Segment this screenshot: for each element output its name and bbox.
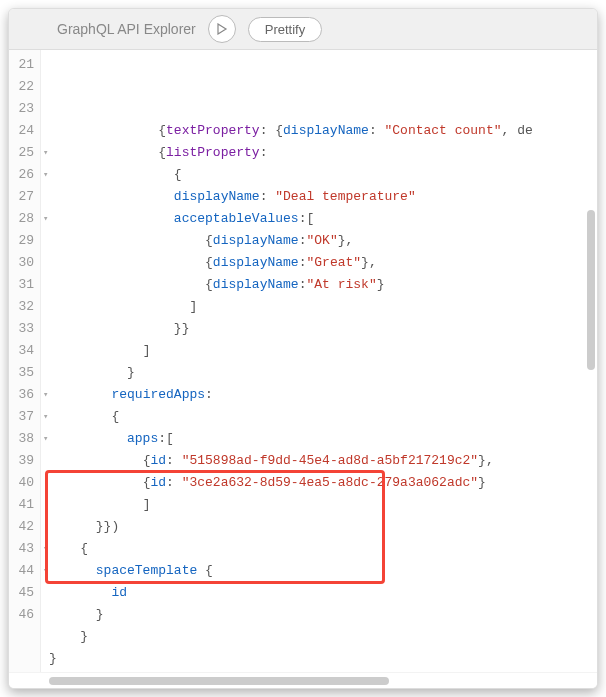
fold-marker-icon[interactable]: ▾: [43, 560, 48, 582]
fold-marker-icon[interactable]: ▾: [43, 538, 48, 560]
code-line[interactable]: ▾ acceptableValues:[: [49, 208, 597, 230]
fold-marker-icon[interactable]: ▾: [43, 164, 48, 186]
token: apps: [127, 431, 158, 446]
editor-window: GraphQL API Explorer Prettify 2122232425…: [8, 8, 598, 689]
token: displayName: [213, 255, 299, 270]
app-title: GraphQL API Explorer: [57, 21, 196, 37]
line-number: 36: [13, 384, 34, 406]
token: , de: [502, 123, 533, 138]
token: "Great": [306, 255, 361, 270]
token: : {: [260, 123, 283, 138]
token: "515898ad-f9dd-45e4-ad8d-a5bf217219c2": [182, 453, 478, 468]
code-line[interactable]: {displayName:"At risk"}: [49, 274, 597, 296]
code-line[interactable]: ▾ requiredApps:: [49, 384, 597, 406]
line-number: 31: [13, 274, 34, 296]
code-line[interactable]: }}): [49, 516, 597, 538]
token: }: [127, 365, 135, 380]
token: displayName: [283, 123, 369, 138]
code-line[interactable]: }: [49, 362, 597, 384]
code-line[interactable]: }: [49, 648, 597, 670]
line-number: 24: [13, 120, 34, 142]
code-line[interactable]: id: [49, 582, 597, 604]
code-line[interactable]: ▾ {listProperty:: [49, 142, 597, 164]
prettify-button[interactable]: Prettify: [248, 17, 322, 42]
token: }}: [174, 321, 190, 336]
toolbar: GraphQL API Explorer Prettify: [9, 9, 597, 50]
token: :[: [158, 431, 174, 446]
code-line[interactable]: ]: [49, 340, 597, 362]
token: :: [260, 145, 268, 160]
token: textProperty: [166, 123, 260, 138]
horizontal-scrollbar[interactable]: [9, 672, 597, 688]
line-number: 44: [13, 560, 34, 582]
code-line[interactable]: {displayName:"Great"},: [49, 252, 597, 274]
token: }: [377, 277, 385, 292]
code-line[interactable]: {id: "515898ad-f9dd-45e4-ad8d-a5bf217219…: [49, 450, 597, 472]
code-line[interactable]: }}: [49, 318, 597, 340]
token: }: [80, 629, 88, 644]
line-number: 42: [13, 516, 34, 538]
token: {: [80, 541, 88, 556]
code-line[interactable]: ▾ apps:[: [49, 428, 597, 450]
token: displayName: [174, 189, 260, 204]
code-line[interactable]: displayName: "Deal temperature": [49, 186, 597, 208]
code-line[interactable]: ▾ spaceTemplate {: [49, 560, 597, 582]
token: ]: [143, 343, 151, 358]
token: ]: [143, 497, 151, 512]
line-number: 43: [13, 538, 34, 560]
fold-marker-icon[interactable]: ▾: [43, 428, 48, 450]
horizontal-scrollbar-thumb[interactable]: [49, 677, 389, 685]
code-line[interactable]: {displayName:"OK"},: [49, 230, 597, 252]
token: requiredApps: [111, 387, 205, 402]
line-number: 39: [13, 450, 34, 472]
line-number: 40: [13, 472, 34, 494]
code-line[interactable]: ▾ {: [49, 164, 597, 186]
code-line[interactable]: ]: [49, 296, 597, 318]
line-number: 45: [13, 582, 34, 604]
code-line[interactable]: ]: [49, 494, 597, 516]
token: }: [49, 651, 57, 666]
code-line[interactable]: ▾ {: [49, 406, 597, 428]
fold-marker-icon[interactable]: ▾: [43, 142, 48, 164]
line-number: 34: [13, 340, 34, 362]
play-icon: [216, 23, 228, 35]
code-area[interactable]: {textProperty: {displayName: "Contact co…: [41, 50, 597, 672]
editor: 2122232425262728293031323334353637383940…: [9, 50, 597, 672]
line-number: 28: [13, 208, 34, 230]
token: "Deal temperature": [275, 189, 415, 204]
execute-button[interactable]: [208, 15, 236, 43]
code-line[interactable]: ▾ {: [49, 538, 597, 560]
line-number: 41: [13, 494, 34, 516]
code-line[interactable]: }: [49, 626, 597, 648]
fold-marker-icon[interactable]: ▾: [43, 406, 48, 428]
line-number: 37: [13, 406, 34, 428]
code-line[interactable]: {id: "3ce2a632-8d59-4ea5-a8dc-279a3a062a…: [49, 472, 597, 494]
line-number: 32: [13, 296, 34, 318]
code-line[interactable]: }: [49, 604, 597, 626]
token: id: [150, 453, 166, 468]
token: "3ce2a632-8d59-4ea5-a8dc-279a3a062adc": [182, 475, 478, 490]
token: "OK": [306, 233, 337, 248]
token: {: [111, 409, 119, 424]
vertical-scrollbar-thumb[interactable]: [587, 210, 595, 370]
token: {: [205, 277, 213, 292]
token: },: [361, 255, 377, 270]
token: {: [205, 233, 213, 248]
token: displayName: [213, 233, 299, 248]
code-content[interactable]: {textProperty: {displayName: "Contact co…: [41, 50, 597, 672]
token: {: [158, 145, 166, 160]
fold-marker-icon[interactable]: ▾: [43, 208, 48, 230]
token: acceptableValues: [174, 211, 299, 226]
token: }: [478, 475, 486, 490]
fold-marker-icon[interactable]: ▾: [43, 384, 48, 406]
token: displayName: [213, 277, 299, 292]
code-line[interactable]: {textProperty: {displayName: "Contact co…: [49, 120, 597, 142]
token: "At risk": [306, 277, 376, 292]
line-number: 21: [13, 54, 34, 76]
line-number: 35: [13, 362, 34, 384]
vertical-scrollbar[interactable]: [587, 90, 595, 632]
line-number: 26: [13, 164, 34, 186]
token: :: [369, 123, 385, 138]
line-number-gutter: 2122232425262728293031323334353637383940…: [9, 50, 41, 672]
line-number: 22: [13, 76, 34, 98]
